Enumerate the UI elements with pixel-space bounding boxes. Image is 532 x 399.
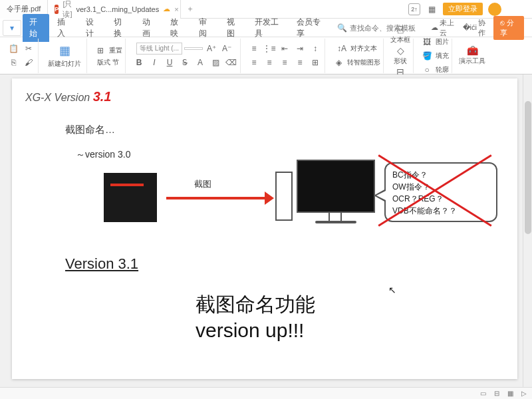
font-select[interactable]: 等线 Light (...: [136, 43, 182, 55]
shrink-font-icon[interactable]: A⁻: [220, 42, 233, 55]
menu-search[interactable]: 🔍: [337, 23, 430, 33]
header-prefix: XG-X Version: [25, 92, 93, 103]
badge-icon[interactable]: 2↑: [408, 3, 420, 15]
copy-icon[interactable]: ⎘: [7, 56, 20, 69]
speech-bubble: BC指令？ OW指令？ OCR？REG？ VDB不能命名？？: [384, 162, 497, 222]
align-center-icon[interactable]: ≡: [263, 56, 276, 69]
share-button[interactable]: ⎋ 分享: [493, 16, 524, 40]
tool-group-tools: 🧰演示工具: [456, 39, 488, 73]
strike-button[interactable]: S̶: [178, 56, 192, 69]
menu-review[interactable]: 审阅: [192, 14, 219, 42]
outline-button[interactable]: 轮廓: [436, 65, 449, 74]
menu-devtools[interactable]: 开发工具: [248, 14, 289, 42]
fill-button[interactable]: 填充: [436, 51, 449, 61]
source-box-graphic: [104, 173, 157, 222]
clear-format-button[interactable]: ⌫: [224, 56, 237, 69]
tools-button[interactable]: 🧰演示工具: [459, 45, 485, 66]
align-right-icon[interactable]: ≡: [278, 56, 291, 69]
line-spacing-icon[interactable]: ↕: [309, 42, 322, 55]
big-line2: version up!!!: [196, 317, 315, 343]
collab-button[interactable]: �ići协作: [463, 18, 487, 38]
menu-start[interactable]: 开始: [23, 14, 49, 42]
text-direction-icon[interactable]: ↕A: [335, 42, 348, 55]
header-version: 3.1: [93, 89, 112, 104]
bold-button[interactable]: B: [132, 56, 146, 69]
toolbar: 📋 ✂ ⎘ 🖌 ▦ 新建幻灯片 ⊞重置 版式节 等线 Light (... A⁺…: [0, 37, 532, 74]
tool-group-style: 🖼图片 🪣填充 ○轮廓: [418, 39, 452, 73]
tool-group-insert: ⍈文本框 ◇形状 ⊟排列: [388, 39, 414, 73]
bullets-icon[interactable]: ≡: [247, 42, 261, 55]
menu-member[interactable]: 会员专享: [290, 14, 331, 42]
statusbar: ▭ ⊟ ▦ ▷: [0, 387, 532, 399]
layout-icon[interactable]: ⊞: [94, 44, 107, 57]
menu-view[interactable]: 视图: [220, 14, 247, 42]
login-button[interactable]: 立即登录: [443, 3, 483, 15]
tool-group-slide: ▦ 新建幻灯片: [43, 39, 87, 73]
paste-icon[interactable]: 📋: [7, 42, 20, 55]
numbering-icon[interactable]: ⋮≡: [263, 42, 276, 55]
font-size-select[interactable]: [184, 47, 203, 50]
section1-subtitle: ～version 3.0: [76, 149, 130, 161]
menu-animation[interactable]: 动画: [136, 14, 162, 42]
indent-right-icon[interactable]: ⇥: [293, 42, 307, 55]
tool-group-layout: ⊞重置 版式节: [91, 39, 126, 73]
shape-button[interactable]: ◇形状: [394, 45, 407, 66]
section1-title: 截图命名…: [65, 124, 115, 136]
monitor-graphic: [297, 160, 375, 213]
font-color-button[interactable]: A: [194, 56, 207, 69]
arrow-label: 截图: [194, 178, 211, 190]
menu-transition[interactable]: 切换: [107, 14, 134, 42]
new-slide-button[interactable]: ▦ 新建幻灯片: [45, 42, 84, 70]
highlight-button[interactable]: ▨: [209, 56, 222, 69]
status-notes-icon[interactable]: ⊟: [494, 390, 499, 397]
align-left-icon[interactable]: ≡: [247, 56, 261, 69]
cut-icon[interactable]: ✂: [22, 42, 35, 55]
textbox-icon: ⍈: [398, 24, 403, 35]
distribute-icon[interactable]: ⊞: [309, 56, 322, 69]
menu-dropdown-button[interactable]: ▾: [3, 20, 21, 36]
avatar[interactable]: [488, 3, 501, 16]
monitor-base-graphic: [315, 221, 356, 223]
menu-design[interactable]: 设计: [79, 14, 106, 42]
indent-left-icon[interactable]: ⇤: [278, 42, 291, 55]
textbox-button[interactable]: ⍈文本框: [390, 24, 410, 45]
vertical-scrollbar[interactable]: [523, 74, 532, 387]
format-painter-icon[interactable]: 🖌: [22, 56, 35, 69]
cloud-icon: ☁: [431, 23, 438, 32]
add-tab-button[interactable]: ＋: [181, 3, 200, 15]
wps-icon: P: [55, 5, 59, 14]
menu-insert[interactable]: 插入: [51, 14, 77, 42]
slide[interactable]: XG-X Version 3.1 截图命名… ～version 3.0 截图 B…: [12, 78, 517, 379]
grow-font-icon[interactable]: A⁺: [205, 42, 218, 55]
tab-label: 令手册.pdf: [7, 4, 41, 14]
smart-art-icon[interactable]: ◈: [332, 56, 345, 69]
tool-group-clipboard: 📋 ✂ ⎘ 🖌: [4, 39, 39, 73]
fill-icon[interactable]: 🪣: [420, 49, 434, 63]
reset-button[interactable]: 重置: [109, 46, 122, 55]
picture-icon[interactable]: 🖼: [420, 35, 434, 49]
slide-header: XG-X Version 3.1: [12, 78, 517, 104]
underline-button[interactable]: U: [163, 56, 176, 69]
new-slide-icon: ▦: [59, 43, 70, 58]
titlebar-right: 2↑ ▦ 立即登录: [408, 3, 532, 16]
bubble-line1: BC指令？: [392, 169, 489, 181]
close-icon[interactable]: ×: [174, 5, 178, 13]
align-text-button[interactable]: 对齐文本: [350, 44, 377, 53]
italic-button[interactable]: I: [148, 56, 161, 69]
menu-slideshow[interactable]: 放映: [164, 14, 190, 42]
status-slideshow-icon[interactable]: ▷: [521, 390, 527, 397]
justify-icon[interactable]: ≡: [293, 56, 307, 69]
scrollbar-thumb[interactable]: [525, 101, 531, 234]
tools-icon: 🧰: [467, 45, 478, 56]
status-reading-icon[interactable]: ▦: [507, 390, 513, 397]
grid-icon[interactable]: ▦: [426, 3, 438, 15]
arrow-graphic: [166, 197, 266, 200]
canvas-area[interactable]: XG-X Version 3.1 截图命名… ～version 3.0 截图 B…: [0, 74, 532, 387]
section-button[interactable]: 节: [112, 58, 119, 67]
status-view-icon[interactable]: ▭: [480, 390, 486, 397]
picture-button[interactable]: 图片: [436, 37, 449, 47]
big-line1: 截图命名功能: [196, 291, 315, 317]
layout-button[interactable]: 版式: [97, 58, 110, 67]
big-text: 截图命名功能 version up!!!: [196, 291, 315, 343]
smart-button[interactable]: 转智能图形: [347, 58, 380, 67]
